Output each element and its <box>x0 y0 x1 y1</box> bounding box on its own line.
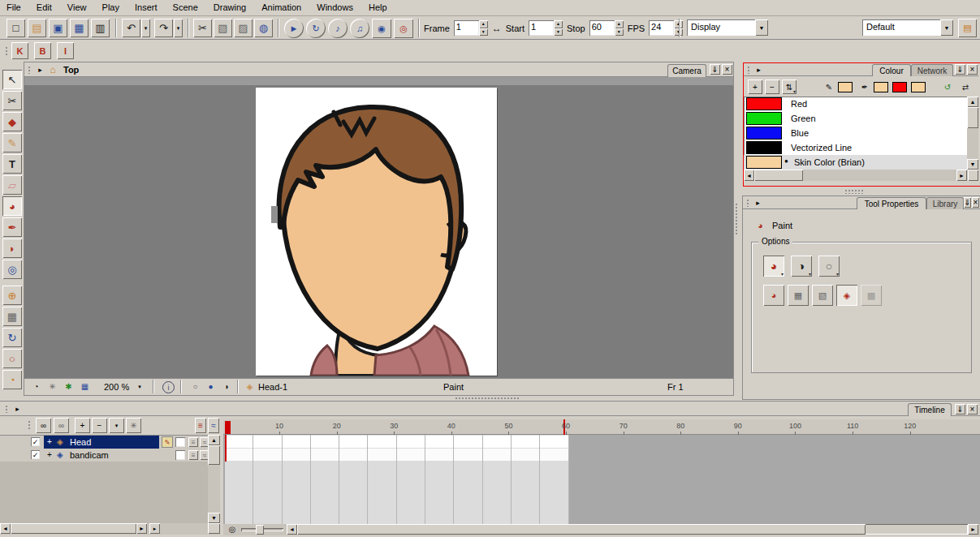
sound-display-button[interactable]: ≈ <box>208 418 219 433</box>
workspace-manager-button[interactable]: ▤ <box>958 19 977 37</box>
layer-checkbox-empty[interactable] <box>175 450 185 460</box>
combo-arrow-icon[interactable]: ▼ <box>755 19 768 36</box>
loop-button[interactable]: ↻ <box>306 19 326 38</box>
combo-arrow-icon[interactable]: ▼ <box>940 19 953 36</box>
panel-grip[interactable] <box>28 66 32 74</box>
contour-editor-tool-button[interactable]: ◆ <box>2 112 22 131</box>
redo-dropdown-button[interactable]: ▾ <box>174 19 183 37</box>
sound-button[interactable]: ♪ <box>328 19 348 38</box>
toolbar-grip[interactable] <box>5 46 9 57</box>
tab-camera[interactable]: Camera <box>667 64 706 77</box>
panel-menu-icon[interactable]: ▸ <box>753 197 763 208</box>
panel-grip[interactable] <box>746 199 750 207</box>
scroll-right-button[interactable]: ► <box>956 170 967 181</box>
spin-up-icon[interactable]: ▲ <box>479 20 488 28</box>
paint-unpainted-button[interactable]: ◑▾ <box>791 256 812 277</box>
open-scene-button[interactable]: ▤ <box>28 19 46 37</box>
stamp-i-button[interactable]: I <box>57 42 74 59</box>
show-selected-layers-button[interactable]: ∞ <box>54 418 69 433</box>
pencil-colour-chip[interactable] <box>874 83 887 92</box>
tab-tool-properties[interactable]: Tool Properties <box>857 197 926 209</box>
playhead-line[interactable] <box>225 435 227 462</box>
panel-grip[interactable] <box>5 405 9 413</box>
info-icon[interactable]: i <box>162 381 175 393</box>
paint-mode-button[interactable]: ◕▾ <box>763 256 784 277</box>
playhead-marker[interactable] <box>225 421 231 434</box>
tab-network[interactable]: Network <box>911 64 953 76</box>
frame-spinner[interactable]: 1▲▼ <box>454 20 488 36</box>
colour-swatch[interactable] <box>747 98 781 110</box>
stop-spinner[interactable]: 60▲▼ <box>589 20 624 36</box>
scroll-left-button[interactable]: ◄ <box>744 170 754 181</box>
menu-help[interactable]: Help <box>362 0 394 15</box>
frame-grid[interactable] <box>223 435 980 524</box>
save-all-button[interactable]: ▦ <box>70 19 89 37</box>
menu-view[interactable]: View <box>61 0 93 15</box>
layer-row-bandicam[interactable]: ✓ + ◈ bandicam ≡ ≈ <box>0 449 208 462</box>
layer-visibility-checkbox[interactable]: ✓ <box>31 450 40 459</box>
colour-list-hscrollbar[interactable]: ◄ ► <box>744 170 978 181</box>
menu-scene[interactable]: Scene <box>166 0 205 15</box>
web-button[interactable]: ◍ <box>254 19 273 37</box>
render-mode-icon[interactable]: ● <box>204 380 218 393</box>
stop-spinner-arrows[interactable]: ▲▼ <box>615 20 624 36</box>
pencil-colour-icon[interactable]: ✒ <box>857 79 872 94</box>
start-spinner-arrows[interactable]: ▲▼ <box>554 20 563 36</box>
respect-protected-colour-button[interactable]: ◈ <box>836 285 857 306</box>
panel-close-button[interactable]: × <box>972 197 979 208</box>
line-colour-chip[interactable] <box>893 83 906 92</box>
grid-tool-button[interactable]: ▦ <box>2 307 22 326</box>
add-layer-button[interactable]: + <box>75 418 90 433</box>
display-select[interactable]: Display ▼ <box>687 19 768 36</box>
layer-edit-pencil-box[interactable]: ✎ <box>162 437 172 447</box>
scrollbar-thumb[interactable] <box>754 170 803 181</box>
layer-settings-button[interactable]: ✳ <box>126 418 141 433</box>
refresh-colours-button[interactable]: ↺ <box>940 79 955 94</box>
repaint-selection-button[interactable]: ○▾ <box>818 256 840 277</box>
panel-menu-icon[interactable]: ▸ <box>35 64 45 75</box>
pencil-tool-button[interactable]: ✎ <box>2 133 22 153</box>
layer-checkbox-empty[interactable] <box>175 437 185 447</box>
toolbar-grip[interactable] <box>28 420 32 430</box>
colour-row-blue[interactable]: Blue <box>744 126 967 140</box>
menu-windows[interactable]: Windows <box>310 0 360 15</box>
cutter-tool-button[interactable]: ✂ <box>2 91 22 110</box>
fill-colour-chip[interactable] <box>912 83 925 92</box>
camera-view-button[interactable]: ◉ <box>372 19 391 38</box>
menu-edit[interactable]: Edit <box>30 0 58 15</box>
add-colour-button[interactable]: + <box>748 79 762 94</box>
ellipse-tool-button[interactable]: ○ <box>2 349 22 368</box>
panel-close-button[interactable]: × <box>722 64 732 75</box>
scrollbar-thumb[interactable] <box>297 524 866 535</box>
tab-colour[interactable]: Colour <box>872 64 911 76</box>
select-tool-button[interactable]: ↖ <box>2 70 22 89</box>
expand-layer-icon[interactable]: + <box>47 437 52 446</box>
menu-play[interactable]: Play <box>96 0 126 15</box>
panel-close-button[interactable]: × <box>967 64 978 75</box>
layer-menu-button[interactable]: ▾ <box>109 418 124 433</box>
render-view-button[interactable]: ◎ <box>394 19 413 38</box>
layers-hscrollbar[interactable]: ◄ ► ▸ <box>0 523 220 535</box>
scroll-left-button[interactable]: ◄ <box>0 523 11 534</box>
show-all-layers-button[interactable]: ∞ <box>36 418 51 433</box>
settings-icon[interactable]: ✳ <box>45 380 59 393</box>
paste-button[interactable]: ▨ <box>234 19 253 37</box>
scrollbar-thumb[interactable] <box>967 107 978 128</box>
layers-vscrollbar[interactable]: ▲ ▼ <box>208 435 220 523</box>
vertical-splitter[interactable] <box>735 203 739 235</box>
copy-button[interactable]: ▧ <box>214 19 232 37</box>
apply-multiple-drawings-button[interactable]: ▦ <box>788 285 809 306</box>
timeline-zoom-slider-thumb[interactable] <box>256 525 264 535</box>
panel-close-button[interactable]: × <box>967 404 978 415</box>
grid-toggle-icon[interactable]: ▦ <box>78 380 92 393</box>
drawing-page[interactable] <box>256 88 497 376</box>
scroll-down-button[interactable]: ▼ <box>967 159 978 170</box>
effects-icon[interactable]: ✱ <box>62 380 76 393</box>
colour-swatch[interactable] <box>747 157 781 168</box>
spin-down-icon[interactable]: ▼ <box>479 28 488 37</box>
panel-menu-icon[interactable]: ▸ <box>12 403 23 414</box>
default-colour-button[interactable]: ⇅▾ <box>782 79 797 94</box>
spin-down-icon[interactable]: ▼ <box>615 28 624 37</box>
fps-value[interactable]: 24 <box>649 20 674 36</box>
undo-dropdown-button[interactable]: ▾ <box>141 19 150 37</box>
